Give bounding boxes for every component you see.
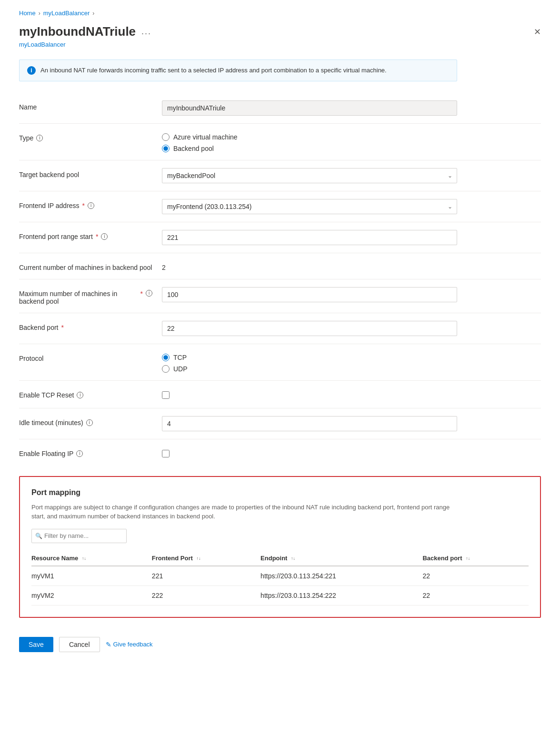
type-backend-pool-option[interactable]: Backend pool bbox=[162, 145, 457, 152]
floating-ip-info-icon[interactable]: i bbox=[76, 450, 83, 457]
tcp-reset-checkbox[interactable] bbox=[162, 391, 170, 399]
frontend-ip-info-icon[interactable]: i bbox=[88, 202, 94, 209]
cell-frontend-port-0: 221 bbox=[152, 566, 260, 586]
max-machines-input[interactable] bbox=[162, 287, 457, 302]
current-machines-label: Current number of machines in backend po… bbox=[19, 261, 152, 271]
floating-ip-label: Enable Floating IP i bbox=[19, 447, 152, 457]
page-header: myInboundNATriule ... ✕ bbox=[19, 24, 541, 39]
name-input[interactable] bbox=[162, 100, 457, 116]
breadcrumb-sep-2: › bbox=[92, 10, 94, 17]
frontend-port-sort-icon[interactable]: ↑↓ bbox=[196, 556, 200, 561]
type-backend-pool-radio[interactable] bbox=[162, 145, 170, 152]
col-resource-name: Resource Name ↑↓ bbox=[31, 551, 152, 566]
filter-wrapper: 🔍 bbox=[31, 529, 127, 543]
info-box: i An inbound NAT rule forwards incoming … bbox=[19, 60, 457, 81]
frontend-ip-label: Frontend IP address * i bbox=[19, 199, 152, 209]
tcp-reset-info-icon[interactable]: i bbox=[77, 392, 83, 398]
max-machines-label: Maximum number of machines in backend po… bbox=[19, 287, 152, 305]
protocol-udp-option[interactable]: UDP bbox=[162, 365, 457, 373]
info-icon: i bbox=[27, 66, 36, 75]
cancel-button[interactable]: Cancel bbox=[59, 637, 100, 652]
frontend-port-control bbox=[162, 230, 457, 245]
max-machines-info-icon[interactable]: i bbox=[146, 290, 152, 297]
type-azure-vm-label: Azure virtual machine bbox=[173, 133, 238, 141]
frontend-port-input[interactable] bbox=[162, 230, 457, 245]
target-backend-pool-row: Target backend pool myBackendPool ⌄ bbox=[19, 162, 541, 189]
protocol-udp-label: UDP bbox=[173, 365, 188, 373]
protocol-tcp-option[interactable]: TCP bbox=[162, 354, 457, 361]
type-azure-vm-radio[interactable] bbox=[162, 133, 170, 141]
port-mapping-description: Port mappings are subject to change if c… bbox=[31, 503, 460, 521]
type-row: Type i Azure virtual machine Backend poo… bbox=[19, 126, 541, 158]
protocol-row: Protocol TCP UDP bbox=[19, 346, 541, 378]
cell-resource-name-0: myVM1 bbox=[31, 566, 152, 586]
target-backend-pool-select[interactable]: myBackendPool bbox=[162, 168, 457, 183]
tcp-reset-label: Enable TCP Reset i bbox=[19, 388, 152, 399]
target-backend-pool-label: Target backend pool bbox=[19, 168, 152, 179]
current-machines-value: 2 bbox=[162, 261, 166, 271]
frontend-port-info-icon[interactable]: i bbox=[101, 233, 108, 240]
floating-ip-checkbox[interactable] bbox=[162, 450, 170, 457]
table-header-row: Resource Name ↑↓ Frontend Port ↑↓ Endpoi… bbox=[31, 551, 529, 566]
save-button[interactable]: Save bbox=[19, 637, 53, 652]
frontend-ip-select[interactable]: myFrontend (203.0.113.254) bbox=[162, 199, 457, 214]
type-azure-vm-option[interactable]: Azure virtual machine bbox=[162, 133, 457, 141]
backend-port-required: * bbox=[61, 324, 64, 331]
col-backend-port: Backend port ↑↓ bbox=[422, 551, 529, 566]
idle-timeout-input[interactable] bbox=[162, 416, 457, 431]
protocol-tcp-label: TCP bbox=[173, 354, 187, 361]
max-machines-required: * bbox=[140, 290, 143, 298]
protocol-label: Protocol bbox=[19, 352, 152, 362]
backend-port-input[interactable] bbox=[162, 321, 457, 336]
col-endpoint: Endpoint ↑↓ bbox=[260, 551, 422, 566]
close-button[interactable]: ✕ bbox=[534, 28, 541, 36]
port-table-body: myVM1 221 https://203.0.113.254:221 22 m… bbox=[31, 566, 529, 605]
form-section: Name Type i Azure virtual machine Backen… bbox=[19, 95, 541, 465]
info-text: An inbound NAT rule forwards incoming tr… bbox=[40, 66, 387, 75]
page-title: myInboundNATriule bbox=[19, 24, 136, 39]
idle-timeout-label: Idle timeout (minutes) i bbox=[19, 416, 152, 427]
breadcrumb-loadbalancer[interactable]: myLoadBalancer bbox=[43, 10, 90, 17]
backend-port-sort-icon[interactable]: ↑↓ bbox=[466, 556, 470, 561]
port-mapping-section: Port mapping Port mappings are subject t… bbox=[19, 476, 541, 618]
breadcrumb-home[interactable]: Home bbox=[19, 10, 36, 17]
name-row: Name bbox=[19, 95, 541, 121]
col-frontend-port: Frontend Port ↑↓ bbox=[152, 551, 260, 566]
port-mapping-table: Resource Name ↑↓ Frontend Port ↑↓ Endpoi… bbox=[31, 551, 529, 605]
table-row: myVM2 222 https://203.0.113.254:222 22 bbox=[31, 585, 529, 605]
frontend-ip-row: Frontend IP address * i myFrontend (203.… bbox=[19, 193, 541, 220]
cell-endpoint-1: https://203.0.113.254:222 bbox=[260, 585, 422, 605]
filter-input[interactable] bbox=[31, 529, 127, 543]
frontend-port-row: Frontend port range start * i bbox=[19, 224, 541, 251]
name-label: Name bbox=[19, 100, 152, 111]
max-machines-control bbox=[162, 287, 457, 302]
page-title-row: myInboundNATriule ... bbox=[19, 24, 151, 39]
cell-backend-port-1: 22 bbox=[422, 585, 529, 605]
filter-search-icon: 🔍 bbox=[35, 533, 42, 539]
frontend-port-label: Frontend port range start * i bbox=[19, 230, 152, 240]
tcp-reset-control bbox=[162, 388, 457, 400]
floating-ip-control bbox=[162, 447, 457, 459]
endpoint-sort-icon[interactable]: ↑↓ bbox=[291, 556, 295, 561]
resource-name-sort-icon[interactable]: ↑↓ bbox=[82, 556, 86, 561]
idle-timeout-control bbox=[162, 416, 457, 431]
type-label: Type i bbox=[19, 131, 152, 142]
cell-resource-name-1: myVM2 bbox=[31, 585, 152, 605]
frontend-port-required: * bbox=[96, 233, 98, 240]
idle-timeout-info-icon[interactable]: i bbox=[86, 419, 93, 426]
ellipsis-button[interactable]: ... bbox=[141, 27, 151, 37]
feedback-icon: ✎ bbox=[106, 641, 111, 648]
current-machines-row: Current number of machines in backend po… bbox=[19, 255, 541, 277]
backend-port-label: Backend port * bbox=[19, 321, 152, 331]
idle-timeout-row: Idle timeout (minutes) i bbox=[19, 410, 541, 437]
give-feedback-link[interactable]: ✎ Give feedback bbox=[106, 641, 153, 648]
cell-endpoint-0: https://203.0.113.254:221 bbox=[260, 566, 422, 586]
type-info-icon[interactable]: i bbox=[36, 135, 43, 141]
protocol-tcp-radio[interactable] bbox=[162, 354, 170, 361]
footer-actions: Save Cancel ✎ Give feedback bbox=[19, 633, 541, 652]
cell-frontend-port-1: 222 bbox=[152, 585, 260, 605]
protocol-udp-radio[interactable] bbox=[162, 365, 170, 373]
type-backend-pool-label: Backend pool bbox=[173, 145, 214, 152]
frontend-ip-control: myFrontend (203.0.113.254) ⌄ bbox=[162, 199, 457, 214]
type-control: Azure virtual machine Backend pool bbox=[162, 131, 457, 152]
